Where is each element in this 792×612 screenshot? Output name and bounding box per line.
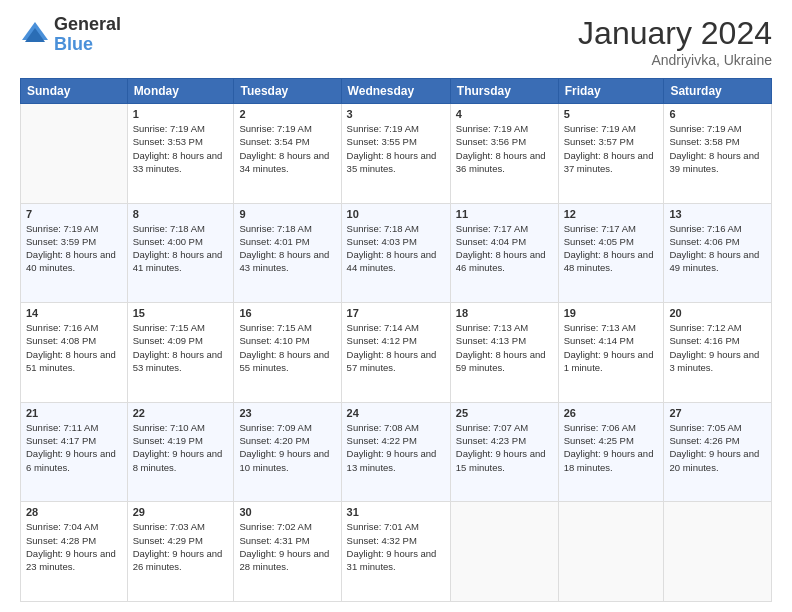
day-number: 21: [26, 407, 122, 419]
daylight-label: Daylight: 8 hours and 36 minutes.: [456, 150, 546, 174]
day-number: 9: [239, 208, 335, 220]
day-number: 31: [347, 506, 445, 518]
header: General Blue January 2024 Andriyivka, Uk…: [20, 15, 772, 68]
daylight-label: Daylight: 9 hours and 1 minute.: [564, 349, 654, 373]
sunrise-label: Sunrise: 7:19 AM: [26, 223, 98, 234]
day-number: 30: [239, 506, 335, 518]
sunrise-label: Sunrise: 7:17 AM: [456, 223, 528, 234]
sunrise-label: Sunrise: 7:19 AM: [133, 123, 205, 134]
daylight-label: Daylight: 8 hours and 46 minutes.: [456, 249, 546, 273]
sunset-label: Sunset: 4:23 PM: [456, 435, 526, 446]
calendar-cell: [450, 502, 558, 602]
calendar-cell: [558, 502, 664, 602]
daylight-label: Daylight: 8 hours and 39 minutes.: [669, 150, 759, 174]
sunrise-label: Sunrise: 7:06 AM: [564, 422, 636, 433]
calendar-cell: 23 Sunrise: 7:09 AM Sunset: 4:20 PM Dayl…: [234, 402, 341, 502]
sunrise-label: Sunrise: 7:15 AM: [133, 322, 205, 333]
sunset-label: Sunset: 4:09 PM: [133, 335, 203, 346]
col-monday: Monday: [127, 79, 234, 104]
calendar-cell: 26 Sunrise: 7:06 AM Sunset: 4:25 PM Dayl…: [558, 402, 664, 502]
calendar-cell: 29 Sunrise: 7:03 AM Sunset: 4:29 PM Dayl…: [127, 502, 234, 602]
daylight-label: Daylight: 9 hours and 6 minutes.: [26, 448, 116, 472]
sunset-label: Sunset: 4:10 PM: [239, 335, 309, 346]
calendar-table: Sunday Monday Tuesday Wednesday Thursday…: [20, 78, 772, 602]
day-number: 18: [456, 307, 553, 319]
day-info: Sunrise: 7:13 AM Sunset: 4:13 PM Dayligh…: [456, 321, 553, 374]
day-info: Sunrise: 7:05 AM Sunset: 4:26 PM Dayligh…: [669, 421, 766, 474]
day-info: Sunrise: 7:19 AM Sunset: 3:56 PM Dayligh…: [456, 122, 553, 175]
day-number: 16: [239, 307, 335, 319]
calendar-cell: 12 Sunrise: 7:17 AM Sunset: 4:05 PM Dayl…: [558, 203, 664, 303]
day-number: 20: [669, 307, 766, 319]
logo-general: General: [54, 15, 121, 35]
daylight-label: Daylight: 8 hours and 59 minutes.: [456, 349, 546, 373]
day-info: Sunrise: 7:19 AM Sunset: 3:58 PM Dayligh…: [669, 122, 766, 175]
daylight-label: Daylight: 8 hours and 40 minutes.: [26, 249, 116, 273]
sunset-label: Sunset: 4:13 PM: [456, 335, 526, 346]
sunset-label: Sunset: 4:16 PM: [669, 335, 739, 346]
day-info: Sunrise: 7:16 AM Sunset: 4:06 PM Dayligh…: [669, 222, 766, 275]
day-number: 27: [669, 407, 766, 419]
sunset-label: Sunset: 4:12 PM: [347, 335, 417, 346]
sunset-label: Sunset: 3:56 PM: [456, 136, 526, 147]
daylight-label: Daylight: 8 hours and 33 minutes.: [133, 150, 223, 174]
day-number: 3: [347, 108, 445, 120]
calendar-header: Sunday Monday Tuesday Wednesday Thursday…: [21, 79, 772, 104]
day-info: Sunrise: 7:10 AM Sunset: 4:19 PM Dayligh…: [133, 421, 229, 474]
sunset-label: Sunset: 3:55 PM: [347, 136, 417, 147]
calendar-cell: 21 Sunrise: 7:11 AM Sunset: 4:17 PM Dayl…: [21, 402, 128, 502]
daylight-label: Daylight: 9 hours and 26 minutes.: [133, 548, 223, 572]
sunset-label: Sunset: 4:03 PM: [347, 236, 417, 247]
sunset-label: Sunset: 4:20 PM: [239, 435, 309, 446]
day-info: Sunrise: 7:08 AM Sunset: 4:22 PM Dayligh…: [347, 421, 445, 474]
sunset-label: Sunset: 4:01 PM: [239, 236, 309, 247]
page: General Blue January 2024 Andriyivka, Uk…: [0, 0, 792, 612]
day-info: Sunrise: 7:01 AM Sunset: 4:32 PM Dayligh…: [347, 520, 445, 573]
month-title: January 2024: [578, 15, 772, 52]
day-number: 13: [669, 208, 766, 220]
calendar-cell: 17 Sunrise: 7:14 AM Sunset: 4:12 PM Dayl…: [341, 303, 450, 403]
day-info: Sunrise: 7:11 AM Sunset: 4:17 PM Dayligh…: [26, 421, 122, 474]
day-info: Sunrise: 7:19 AM Sunset: 3:55 PM Dayligh…: [347, 122, 445, 175]
sunset-label: Sunset: 4:32 PM: [347, 535, 417, 546]
day-info: Sunrise: 7:09 AM Sunset: 4:20 PM Dayligh…: [239, 421, 335, 474]
calendar-cell: 28 Sunrise: 7:04 AM Sunset: 4:28 PM Dayl…: [21, 502, 128, 602]
calendar-cell: [21, 104, 128, 204]
logo-icon: [20, 20, 50, 50]
sunrise-label: Sunrise: 7:17 AM: [564, 223, 636, 234]
sunset-label: Sunset: 4:06 PM: [669, 236, 739, 247]
daylight-label: Daylight: 9 hours and 20 minutes.: [669, 448, 759, 472]
daylight-label: Daylight: 9 hours and 3 minutes.: [669, 349, 759, 373]
day-info: Sunrise: 7:18 AM Sunset: 4:01 PM Dayligh…: [239, 222, 335, 275]
calendar-week-5: 28 Sunrise: 7:04 AM Sunset: 4:28 PM Dayl…: [21, 502, 772, 602]
day-info: Sunrise: 7:15 AM Sunset: 4:10 PM Dayligh…: [239, 321, 335, 374]
calendar-cell: 2 Sunrise: 7:19 AM Sunset: 3:54 PM Dayli…: [234, 104, 341, 204]
calendar-cell: 24 Sunrise: 7:08 AM Sunset: 4:22 PM Dayl…: [341, 402, 450, 502]
sunset-label: Sunset: 3:59 PM: [26, 236, 96, 247]
calendar-cell: 8 Sunrise: 7:18 AM Sunset: 4:00 PM Dayli…: [127, 203, 234, 303]
sunrise-label: Sunrise: 7:19 AM: [669, 123, 741, 134]
calendar-cell: 18 Sunrise: 7:13 AM Sunset: 4:13 PM Dayl…: [450, 303, 558, 403]
sunrise-label: Sunrise: 7:19 AM: [564, 123, 636, 134]
daylight-label: Daylight: 8 hours and 34 minutes.: [239, 150, 329, 174]
calendar-week-1: 1 Sunrise: 7:19 AM Sunset: 3:53 PM Dayli…: [21, 104, 772, 204]
day-info: Sunrise: 7:18 AM Sunset: 4:03 PM Dayligh…: [347, 222, 445, 275]
sunset-label: Sunset: 3:58 PM: [669, 136, 739, 147]
sunrise-label: Sunrise: 7:11 AM: [26, 422, 98, 433]
daylight-label: Daylight: 9 hours and 18 minutes.: [564, 448, 654, 472]
logo-blue: Blue: [54, 35, 121, 55]
sunrise-label: Sunrise: 7:12 AM: [669, 322, 741, 333]
daylight-label: Daylight: 9 hours and 23 minutes.: [26, 548, 116, 572]
sunset-label: Sunset: 4:04 PM: [456, 236, 526, 247]
calendar-cell: 16 Sunrise: 7:15 AM Sunset: 4:10 PM Dayl…: [234, 303, 341, 403]
daylight-label: Daylight: 8 hours and 49 minutes.: [669, 249, 759, 273]
daylight-label: Daylight: 8 hours and 43 minutes.: [239, 249, 329, 273]
daylight-label: Daylight: 8 hours and 37 minutes.: [564, 150, 654, 174]
sunrise-label: Sunrise: 7:10 AM: [133, 422, 205, 433]
sunset-label: Sunset: 4:26 PM: [669, 435, 739, 446]
day-info: Sunrise: 7:13 AM Sunset: 4:14 PM Dayligh…: [564, 321, 659, 374]
day-number: 15: [133, 307, 229, 319]
day-info: Sunrise: 7:12 AM Sunset: 4:16 PM Dayligh…: [669, 321, 766, 374]
sunrise-label: Sunrise: 7:14 AM: [347, 322, 419, 333]
calendar-week-4: 21 Sunrise: 7:11 AM Sunset: 4:17 PM Dayl…: [21, 402, 772, 502]
